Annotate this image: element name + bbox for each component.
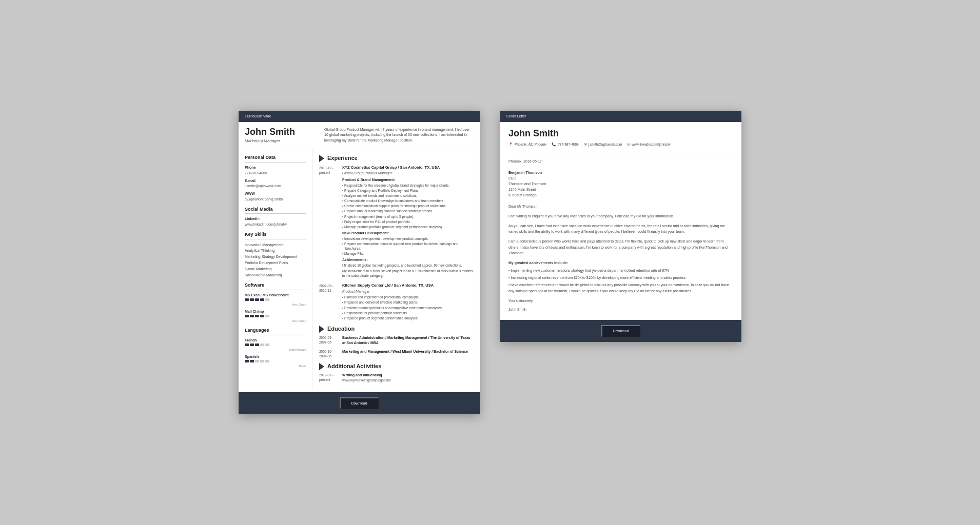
achievement-item: My involvement in a stock sell-off proje… bbox=[342, 269, 474, 278]
cl-name: John Smith bbox=[508, 127, 733, 140]
cl-linkedin-item: in www.linkedin.com/johnutw bbox=[627, 142, 670, 147]
activities-title: Additional Activities bbox=[327, 362, 381, 370]
act-title: Writing and Influencing bbox=[342, 373, 474, 378]
skill-item: Analytical Thinking bbox=[245, 248, 306, 254]
activities-list: 2012-01 - presentWriting and Influencing… bbox=[319, 373, 474, 382]
rating-dot bbox=[255, 315, 259, 317]
exp-bullet: • Innovation development - develop new p… bbox=[342, 236, 474, 241]
rating-dot bbox=[245, 315, 249, 317]
exp-content: XYZ Cosmetics Capital Group / San Antoni… bbox=[342, 165, 474, 279]
social-media-title: Social Media bbox=[245, 206, 306, 214]
cv-name-section: John Smith Marketing Manager bbox=[245, 127, 319, 144]
rating-dot bbox=[250, 298, 254, 301]
cl-linkedin: www.linkedin.com/johnutw bbox=[632, 142, 671, 147]
cl-header-label: Cover Letter bbox=[506, 114, 526, 118]
cl-header-bar: Cover Letter bbox=[500, 111, 741, 122]
rating-label: Very Good bbox=[245, 319, 306, 323]
cv-download-button[interactable]: Download bbox=[340, 397, 378, 409]
rating-bar bbox=[245, 360, 306, 362]
cl-salutation: Dear Mr Thomson bbox=[508, 204, 733, 209]
rating-dot bbox=[245, 298, 249, 301]
cv-sidebar: Personal Data Phone 774-987-4009 E-mail … bbox=[239, 149, 313, 390]
languages-list: FrenchIntermediateSpanishBasic bbox=[245, 338, 306, 368]
exp-bullet: • Prepared product segment performance a… bbox=[342, 316, 474, 320]
skill-item: Innovation Management bbox=[245, 242, 306, 248]
rating-bar bbox=[245, 315, 306, 317]
key-skills-title: Key Skills bbox=[245, 231, 306, 239]
cl-closing-paragraph: I have excellent references and would be… bbox=[508, 282, 733, 293]
cl-contact-row: 📍 Phoenix, AZ, Phoenix 📞 774-987-4009 ✉ … bbox=[508, 142, 733, 147]
cl-closing: Yours sincerely bbox=[508, 298, 733, 304]
linkedin-icon: in bbox=[627, 142, 630, 147]
skill-item: Portfolio Deployment Plans bbox=[245, 260, 306, 266]
cl-divider bbox=[508, 153, 733, 153]
personal-data-title: Personal Data bbox=[245, 154, 306, 163]
rating-dot bbox=[265, 298, 269, 301]
rating-dot bbox=[255, 360, 259, 362]
edu-degree: Marketing and Management / West Miami Un… bbox=[342, 349, 474, 354]
activity-entry: 2012-01 - presentWriting and Influencing… bbox=[319, 373, 474, 382]
activities-arrow-icon bbox=[319, 363, 324, 370]
cl-paragraph: I am a conscientious person who works ha… bbox=[508, 238, 733, 256]
exp-bullet: • Planned and implemented promotional ca… bbox=[342, 295, 474, 299]
exp-role: Global Group Product Manager bbox=[342, 171, 474, 176]
exp-bullet: • Responsible for the creation of global… bbox=[342, 183, 474, 188]
education-arrow-icon bbox=[319, 326, 324, 333]
edu-degree: Business Administration / Marketing Mana… bbox=[342, 335, 474, 346]
email-icon: ✉ bbox=[584, 142, 587, 147]
cv-document: Curriculum Vitae John Smith Marketing Ma… bbox=[239, 111, 480, 415]
rating-dot bbox=[250, 315, 254, 317]
exp-bullet: • Create communication support plans for… bbox=[342, 204, 474, 208]
rating-dot bbox=[265, 315, 269, 317]
exp-bullet: • Fully responsible for P&L of product p… bbox=[342, 219, 474, 224]
rating-dot bbox=[260, 315, 264, 317]
cl-phone: 774-987-4009 bbox=[558, 142, 578, 147]
rating-dot bbox=[255, 344, 259, 346]
software-item: Mail ChimpVery Good bbox=[245, 309, 306, 323]
skill-item: Marketing Strategy Development bbox=[245, 254, 306, 260]
rating-dot bbox=[245, 344, 249, 346]
edu-content: Marketing and Management / West Miami Un… bbox=[342, 349, 474, 358]
software-name: Mail Chimp bbox=[245, 309, 306, 314]
cl-name-section: John Smith 📍 Phoenix, AZ, Phoenix 📞 774-… bbox=[500, 122, 741, 150]
exp-bullet: • Manage P&L. bbox=[342, 251, 474, 256]
skills-list: Innovation ManagementAnalytical Thinking… bbox=[245, 242, 306, 278]
exp-bullet: • Manage product portfolio (product segm… bbox=[342, 225, 474, 229]
cl-paragraphs: I am writing to enquire if you have any … bbox=[508, 213, 733, 256]
experience-entry: 2010-12 - presentXYZ Cosmetics Capital G… bbox=[319, 165, 474, 279]
cl-achievements-list: • Implementing new customer relations st… bbox=[508, 268, 733, 280]
cl-recipient-address: 1140 Main Street bbox=[508, 187, 733, 192]
cv-main-content: Experience 2010-12 - presentXYZ Cosmetic… bbox=[313, 149, 480, 390]
education-title: Education bbox=[327, 325, 355, 333]
cv-name: John Smith bbox=[245, 127, 319, 137]
exp-bullet: • Project management (teams of up to 5 p… bbox=[342, 214, 474, 219]
cl-recipient-title: CEO bbox=[508, 175, 733, 181]
rating-bar bbox=[245, 298, 306, 301]
skill-item: E-mail Marketing bbox=[245, 266, 306, 272]
language-item: FrenchIntermediate bbox=[245, 338, 306, 352]
cv-body: Personal Data Phone 774-987-4009 E-mail … bbox=[239, 149, 480, 390]
cl-phone-item: 📞 774-987-4009 bbox=[552, 142, 578, 147]
rating-bar bbox=[245, 344, 306, 346]
exp-bullet: • Provided product portfolios and compet… bbox=[342, 306, 474, 310]
edu-content: Business Administration / Marketing Mana… bbox=[342, 335, 474, 346]
exp-bullet: • Prepare communication plans to support… bbox=[342, 241, 474, 251]
rating-dot bbox=[255, 298, 259, 301]
www-label: WWW bbox=[245, 191, 306, 196]
phone-label: Phone bbox=[245, 165, 306, 170]
phone-icon: 📞 bbox=[552, 142, 556, 147]
rating-dot bbox=[260, 298, 264, 301]
cv-job-title: Marketing Manager bbox=[245, 138, 319, 144]
exp-content: Kitchen Supply Center Ltd / San Antonio,… bbox=[342, 283, 474, 321]
cl-download-button[interactable]: Download bbox=[601, 325, 640, 337]
act-url: www.mymarketingcampaigns.me bbox=[342, 378, 474, 382]
cl-email: j.smith@uptowork.com bbox=[589, 142, 622, 147]
www-value: cv.uptowork.com/j.smith bbox=[245, 197, 306, 202]
cl-body: Phoenix, 2016-05-17 Benjamin Thomson CEO… bbox=[500, 156, 741, 317]
exp-bullet: • Prepare annual marketing plans to supp… bbox=[342, 209, 474, 213]
language-item: SpanishBasic bbox=[245, 354, 306, 368]
education-list: 2005-09 - 2007-05Business Administration… bbox=[319, 335, 474, 358]
cl-signature: John Smith bbox=[508, 307, 733, 312]
exp-bullet: • Analyze market trends and recommend so… bbox=[342, 193, 474, 198]
software-title: Software bbox=[245, 282, 306, 290]
